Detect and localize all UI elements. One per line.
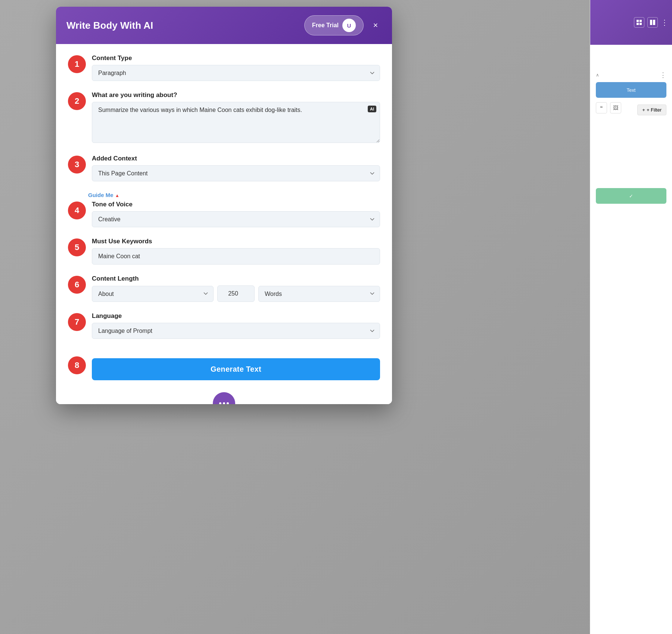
dot-2 — [223, 402, 225, 404]
step-8-row: 8 Generate Text — [68, 349, 380, 380]
step-6-row: 6 Content Length About Exactly At Least … — [68, 275, 380, 302]
right-panel-header: ⋮ — [590, 0, 672, 45]
guide-me-button[interactable]: Guide Me ▲ — [88, 192, 119, 199]
header-controls: Free Trial U × — [304, 15, 382, 35]
step-8-circle: 8 — [68, 356, 86, 374]
length-number-input[interactable] — [217, 285, 255, 302]
confirm-button[interactable]: ✓ — [596, 188, 666, 204]
step-6-content: Content Length About Exactly At Least At… — [92, 275, 380, 302]
textarea-wrapper: Summarize the various ways in which Main… — [92, 102, 380, 144]
content-length-controls: About Exactly At Least At Most Words Sen… — [92, 285, 380, 302]
modal-header: Write Body With AI Free Trial U × — [56, 7, 392, 44]
dot-3 — [227, 402, 229, 404]
generate-text-button[interactable]: Generate Text — [92, 358, 380, 380]
keywords-input[interactable] — [92, 248, 380, 265]
step-5-label: Must Use Keywords — [92, 238, 380, 245]
ai-badge: AI — [368, 106, 376, 112]
step-7-label: Language — [92, 312, 380, 320]
filter-plus-icon: + — [642, 107, 645, 113]
step-3-content: Added Context This Page Content No Conte… — [92, 155, 380, 181]
step-3-row: 3 Added Context This Page Content No Con… — [68, 155, 380, 181]
image-icon[interactable]: 🖼 — [610, 102, 621, 113]
step-1-circle: 1 — [68, 55, 86, 73]
language-select[interactable]: Language of Prompt English Spanish Frenc… — [92, 323, 380, 339]
step-1-content: Content Type Paragraph List FAQ How-to — [92, 54, 380, 81]
checkmark-icon: ✓ — [629, 193, 633, 199]
step-3-label: Added Context — [92, 155, 380, 162]
modal-body: 1 Content Type Paragraph List FAQ How-to… — [56, 44, 392, 404]
step-7-content: Language Language of Prompt English Span… — [92, 312, 380, 339]
close-button[interactable]: × — [370, 19, 382, 31]
guide-me-row: Guide Me ▲ — [68, 192, 380, 199]
added-context-select[interactable]: This Page Content No Context Custom Cont… — [92, 165, 380, 181]
free-trial-button[interactable]: Free Trial U — [304, 15, 364, 35]
ai-modal: Write Body With AI Free Trial U × 1 Cont… — [56, 7, 392, 404]
step-4-content: Tone of Voice Creative Formal Casual Per… — [92, 201, 380, 227]
svg-rect-2 — [637, 23, 639, 25]
svg-rect-4 — [650, 20, 652, 25]
step-2-row: 2 What are you writing about? Summarize … — [68, 91, 380, 144]
modal-title: Write Body With AI — [66, 20, 153, 31]
svg-rect-3 — [640, 23, 642, 25]
about-select[interactable]: About Exactly At Least At Most — [92, 286, 214, 302]
text-block-button[interactable]: Text — [596, 82, 666, 98]
guide-me-arrow-icon: ▲ — [115, 193, 119, 198]
step-6-label: Content Length — [92, 275, 380, 282]
panel-more-icon[interactable]: ⋮ — [660, 71, 666, 79]
right-panel: ⋮ + + Filter ∧ ⋮ Text ❝ 🖼 ✓ — [590, 0, 672, 634]
grid-view-icon[interactable] — [634, 17, 644, 28]
dot-1 — [219, 402, 221, 404]
step-2-label: What are you writing about? — [92, 91, 380, 99]
step-8-content: Generate Text — [92, 349, 380, 380]
step-1-row: 1 Content Type Paragraph List FAQ How-to — [68, 54, 380, 81]
step-5-content: Must Use Keywords — [92, 238, 380, 265]
svg-rect-5 — [653, 20, 655, 25]
step-7-row: 7 Language Language of Prompt English Sp… — [68, 312, 380, 339]
step-2-circle: 2 — [68, 92, 86, 110]
step-4-circle: 4 — [68, 202, 86, 219]
step-4-label: Tone of Voice — [92, 201, 380, 208]
step-5-circle: 5 — [68, 238, 86, 256]
words-select[interactable]: Words Sentences Paragraphs — [258, 286, 380, 302]
tone-of-voice-select[interactable]: Creative Formal Casual Persuasive — [92, 211, 380, 227]
writing-topic-textarea[interactable]: Summarize the various ways in which Main… — [92, 102, 380, 143]
columns-icon[interactable] — [647, 17, 658, 28]
step-4-row: 4 Tone of Voice Creative Formal Casual P… — [68, 201, 380, 227]
quote-icon[interactable]: ❝ — [596, 102, 607, 113]
content-type-select[interactable]: Paragraph List FAQ How-to — [92, 65, 380, 81]
svg-rect-1 — [640, 20, 642, 22]
filter-button[interactable]: + + Filter — [637, 104, 666, 115]
expand-icon[interactable]: ∧ — [596, 72, 599, 78]
step-3-circle: 3 — [68, 156, 86, 174]
more-options-icon[interactable]: ⋮ — [661, 18, 668, 27]
avatar: U — [342, 19, 356, 32]
step-5-row: 5 Must Use Keywords — [68, 238, 380, 265]
step-2-content: What are you writing about? Summarize th… — [92, 91, 380, 144]
svg-rect-0 — [637, 20, 639, 22]
step-6-circle: 6 — [68, 276, 86, 294]
step-7-circle: 7 — [68, 313, 86, 331]
step-1-label: Content Type — [92, 54, 380, 62]
